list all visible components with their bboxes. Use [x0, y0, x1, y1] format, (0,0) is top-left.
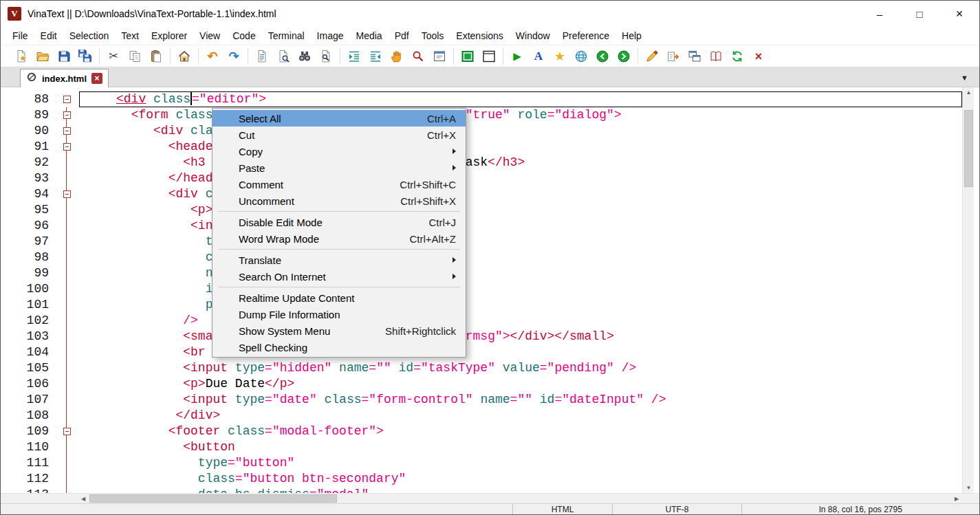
context-menu-item-select-all[interactable]: Select AllCtrl+A	[213, 110, 466, 127]
menubar-item-extensions[interactable]: Extensions	[450, 28, 509, 43]
menubar-item-media[interactable]: Media	[350, 28, 389, 43]
tab-overflow-button[interactable]: ▼	[957, 72, 972, 83]
code-text[interactable]: <input type="date" class="form-control" …	[79, 392, 962, 408]
indent-button[interactable]	[346, 48, 362, 65]
horizontal-scrollbar[interactable]: ◀ ▶	[1, 493, 979, 503]
code-line-95[interactable]: 95 <p>Task Name</p>	[1, 202, 962, 218]
fold-marker-90[interactable]	[54, 123, 79, 139]
menubar-item-selection[interactable]: Selection	[63, 28, 116, 43]
code-text[interactable]: <button	[79, 439, 962, 455]
find-in-files-button[interactable]	[318, 48, 334, 65]
fold-collapse-icon[interactable]	[63, 428, 71, 435]
save-all-button[interactable]	[77, 48, 94, 65]
code-text[interactable]: <div class="editor">	[79, 91, 962, 107]
menubar-item-preference[interactable]: Preference	[556, 28, 616, 43]
code-line-108[interactable]: 108 </div>	[1, 408, 962, 424]
context-menu-item-word-wrap-mode[interactable]: Word Wrap ModeCtrl+Alt+Z	[213, 230, 466, 247]
compare-button[interactable]	[644, 48, 660, 65]
code-line-93[interactable]: 93 </header>	[1, 171, 962, 186]
nav-back-button[interactable]	[594, 48, 611, 65]
font-button[interactable]: A	[530, 48, 547, 65]
fold-collapse-icon[interactable]	[63, 96, 71, 103]
context-menu-item-show-system-menu[interactable]: Show System MenuShift+Rightclick	[213, 322, 466, 339]
code-line-88[interactable]: 88 <div class="editor">	[1, 91, 962, 107]
find-replace-button[interactable]	[410, 48, 426, 65]
code-line-109[interactable]: 109 <footer class="modal-footer">	[1, 424, 962, 439]
menubar-item-explorer[interactable]: Explorer	[145, 28, 193, 43]
redo-button[interactable]: ↷	[226, 48, 242, 65]
properties-button[interactable]	[431, 48, 448, 65]
tab-close-button[interactable]: ×	[91, 73, 102, 84]
code-text[interactable]: </div>	[79, 408, 962, 424]
scroll-up-button[interactable]: ▲	[963, 87, 974, 98]
code-line-94[interactable]: 94 <div class="modal-body">	[1, 186, 962, 202]
fold-marker-94[interactable]	[54, 186, 79, 202]
cascade-windows-button[interactable]	[686, 48, 703, 65]
context-menu-item-search-on-internet[interactable]: Search On Internet	[213, 268, 466, 285]
focus-mode-button[interactable]	[459, 48, 476, 65]
frame-mode-button[interactable]	[481, 48, 497, 65]
globe-button[interactable]	[573, 48, 589, 65]
code-text[interactable]: type="button"	[79, 455, 962, 471]
vertical-scrollbar[interactable]: ▲ ▼	[962, 87, 974, 493]
doc-lines-button[interactable]	[254, 48, 270, 65]
fold-marker-88[interactable]	[54, 91, 79, 107]
code-line-98[interactable]: 98 class="form-control"	[1, 250, 962, 265]
code-line-99[interactable]: 99 name=""	[1, 265, 962, 281]
code-line-112[interactable]: 112 class="button btn-secondary"	[1, 471, 962, 487]
code-line-96[interactable]: 96 <input	[1, 218, 962, 234]
context-menu-item-paste[interactable]: Paste	[213, 160, 466, 176]
code-line-103[interactable]: 103 <small class="text-danger"><div id="…	[1, 329, 962, 344]
vertical-scroll-track[interactable]	[963, 98, 974, 483]
home-button[interactable]	[176, 48, 193, 65]
hand-button[interactable]	[389, 48, 405, 65]
save-button[interactable]	[56, 48, 72, 65]
code-line-104[interactable]: 104 <br />	[1, 344, 962, 360]
outdent-button[interactable]	[367, 48, 384, 65]
context-menu-item-uncomment[interactable]: UncommentCtrl+Shift+X	[213, 193, 466, 209]
scroll-down-button[interactable]: ▼	[963, 483, 974, 493]
binoculars-button[interactable]	[296, 48, 313, 65]
maximize-button[interactable]: □	[900, 1, 939, 27]
code-line-89[interactable]: 89 <form class="modal" tabindex="-1" ari…	[1, 107, 962, 123]
code-text[interactable]: data-bs-dismiss="modal"	[79, 487, 962, 493]
close-file-button[interactable]: ×	[750, 48, 767, 65]
doc-magnifier-button[interactable]	[275, 48, 292, 65]
code-line-92[interactable]: 92 <h3 class="modal-title" id="mLb">Add …	[1, 155, 962, 171]
fold-collapse-icon[interactable]	[63, 127, 71, 135]
new-file-button[interactable]	[13, 48, 30, 65]
code-line-102[interactable]: 102 />	[1, 313, 962, 329]
open-folder-button[interactable]	[34, 48, 51, 65]
close-button[interactable]: ×	[939, 1, 979, 27]
menubar-item-code[interactable]: Code	[226, 28, 261, 43]
code-line-110[interactable]: 110 <button	[1, 439, 962, 455]
scroll-left-button[interactable]: ◀	[78, 494, 89, 504]
context-menu-item-spell-checking[interactable]: Spell Checking	[213, 339, 466, 355]
context-menu-item-cut[interactable]: CutCtrl+X	[213, 127, 466, 143]
code-editor[interactable]: 88 <div class="editor">89 <form class="m…	[1, 87, 962, 493]
code-line-105[interactable]: 105 <input type="hidden" name="" id="tas…	[1, 360, 962, 376]
tab-index-html[interactable]: index.html ×	[20, 69, 109, 87]
fold-marker-89[interactable]	[54, 107, 79, 123]
code-line-113[interactable]: 113 data-bs-dismiss="modal"	[1, 487, 962, 493]
menubar-item-window[interactable]: Window	[510, 28, 556, 43]
code-text[interactable]: class="button btn-secondary"	[79, 471, 962, 487]
fold-collapse-icon[interactable]	[63, 143, 71, 151]
menubar-item-text[interactable]: Text	[115, 28, 145, 43]
code-line-90[interactable]: 90 <div class="modal-dialog">	[1, 123, 962, 139]
paste-button[interactable]	[148, 48, 164, 65]
menubar-item-terminal[interactable]: Terminal	[262, 28, 311, 43]
menubar-item-help[interactable]: Help	[616, 28, 648, 43]
fold-collapse-icon[interactable]	[63, 111, 71, 119]
context-menu-item-disable-edit-mode[interactable]: Disable Edit ModeCtrl+J	[213, 214, 466, 230]
code-line-106[interactable]: 106 <p>Due Date</p>	[1, 376, 962, 392]
code-line-111[interactable]: 111 type="button"	[1, 455, 962, 471]
context-menu-item-realtime-update-content[interactable]: Realtime Update Content	[213, 289, 466, 306]
code-line-97[interactable]: 97 type="text"	[1, 234, 962, 250]
code-line-100[interactable]: 100 id="taskInput"	[1, 281, 962, 297]
horizontal-scroll-track[interactable]	[89, 494, 951, 503]
code-line-101[interactable]: 101 placeholder="Task name"	[1, 297, 962, 313]
menubar-item-view[interactable]: View	[193, 28, 226, 43]
context-menu-item-translate[interactable]: Translate	[213, 252, 466, 268]
vertical-scroll-thumb[interactable]	[964, 110, 973, 187]
